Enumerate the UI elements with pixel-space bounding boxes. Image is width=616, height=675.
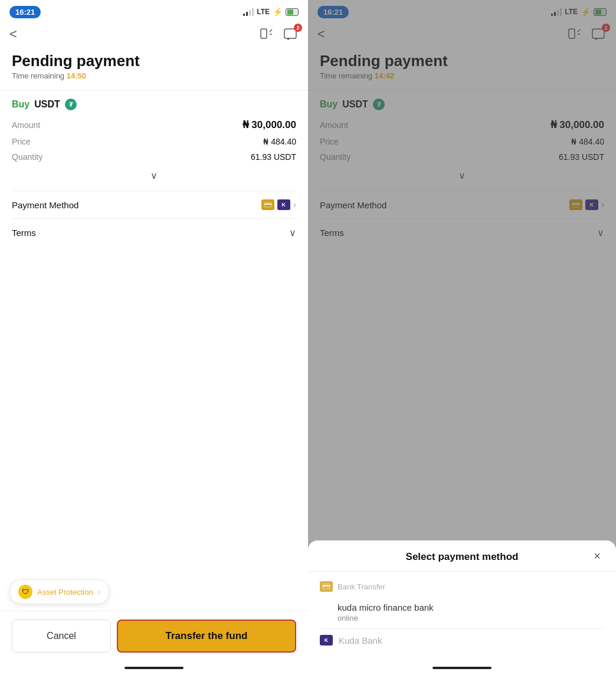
phone-icon-left[interactable] bbox=[257, 26, 274, 42]
trade-header-left: Buy USDT ₮ bbox=[12, 99, 296, 110]
phone-icon-wrap-left bbox=[257, 26, 274, 42]
close-button[interactable]: × bbox=[589, 548, 605, 564]
lte-label-left: LTE bbox=[257, 8, 270, 16]
price-row-left: Price ₦ 484.40 bbox=[12, 137, 296, 146]
time-value-left: 14:50 bbox=[67, 71, 86, 80]
bank-transfer-icon bbox=[320, 581, 333, 592]
quantity-value-left: 61.93 USDT bbox=[251, 152, 296, 162]
buy-label-left: Buy bbox=[12, 99, 30, 110]
quantity-label-left: Quantity bbox=[12, 152, 42, 162]
bank-transfer-option: Bank Transfer bbox=[320, 581, 604, 592]
signal-bar-1 bbox=[243, 14, 245, 16]
bank-status: online bbox=[338, 614, 604, 622]
cancel-button[interactable]: Cancel bbox=[12, 620, 111, 653]
quantity-row-left: Quantity 61.93 USDT bbox=[12, 152, 296, 162]
kuda-bank-icon: K bbox=[320, 635, 333, 645]
status-right-left: LTE ⚡ bbox=[243, 7, 299, 17]
battery-fill-left bbox=[287, 9, 293, 15]
nav-icons-left: 2 bbox=[257, 26, 299, 42]
bank-item[interactable]: kuda micro finance bank online bbox=[320, 594, 604, 628]
back-button-left[interactable]: < bbox=[9, 27, 17, 42]
pm-chevron-left: › bbox=[293, 199, 296, 210]
amount-label-left: Amount bbox=[12, 120, 40, 130]
expand-chevron-left: ∨ bbox=[150, 170, 158, 181]
signal-bar-4 bbox=[252, 8, 254, 16]
asset-arrow-left: › bbox=[98, 587, 101, 597]
asset-protection-left[interactable]: 🛡 Asset Protection › bbox=[9, 579, 109, 604]
price-value-left: ₦ 484.40 bbox=[263, 137, 296, 146]
bottom-buttons-left: Cancel Transfer the fund bbox=[0, 611, 308, 661]
time-remaining-left: Time remaining 14:50 bbox=[12, 71, 296, 80]
sheet-header: Select payment method × bbox=[308, 540, 616, 572]
home-bar-left bbox=[124, 667, 184, 669]
terms-label-left: Terms bbox=[12, 228, 36, 238]
payment-method-row-left[interactable]: Payment Method K › bbox=[12, 191, 296, 219]
home-indicator-right bbox=[308, 661, 616, 675]
chat-icon-wrap-left[interactable]: 2 bbox=[282, 26, 299, 42]
content-left: Pending payment Time remaining 14:50 Buy… bbox=[0, 47, 308, 611]
left-panel: 16:21 LTE ⚡ < bbox=[0, 0, 308, 675]
chat-badge-left: 2 bbox=[294, 24, 302, 32]
home-indicator-left bbox=[0, 661, 308, 675]
sheet-title: Select payment method bbox=[406, 551, 519, 563]
trade-section-left: Buy USDT ₮ Amount ₦ 30,000.00 Price ₦ 48… bbox=[12, 90, 296, 191]
sheet-content: Bank Transfer kuda micro finance bank on… bbox=[308, 572, 616, 661]
svg-rect-0 bbox=[261, 29, 267, 38]
home-bar-right bbox=[432, 667, 492, 669]
amount-row-left: Amount ₦ 30,000.00 bbox=[12, 119, 296, 131]
price-label-left: Price bbox=[12, 137, 31, 146]
right-panel: 16:21 LTE ⚡ < bbox=[308, 0, 616, 675]
svg-rect-5 bbox=[264, 204, 271, 205]
svg-rect-13 bbox=[323, 585, 330, 586]
kuda-option[interactable]: K Kuda Bank bbox=[320, 628, 604, 651]
bank-name: kuda micro finance bank bbox=[338, 602, 604, 612]
bank-icon-left bbox=[261, 199, 274, 210]
time-remaining-label-left: Time remaining bbox=[12, 71, 64, 80]
page-title-left: Pending payment bbox=[12, 52, 296, 70]
nav-bar-left: < 2 bbox=[0, 21, 308, 47]
amount-value-left: ₦ 30,000.00 bbox=[243, 119, 296, 131]
usdt-icon-left: ₮ bbox=[65, 99, 77, 110]
expand-row-left[interactable]: ∨ bbox=[12, 168, 296, 186]
status-bar-left: 16:21 LTE ⚡ bbox=[0, 0, 308, 21]
status-time-left: 16:21 bbox=[9, 6, 41, 18]
pm-label-left: Payment Method bbox=[12, 200, 78, 210]
bank-transfer-label: Bank Transfer bbox=[338, 582, 385, 591]
asset-text-left: Asset Protection bbox=[37, 588, 93, 597]
usdt-label-left: USDT bbox=[34, 99, 60, 110]
signal-bar-2 bbox=[246, 12, 248, 16]
transfer-button[interactable]: Transfer the fund bbox=[117, 620, 296, 653]
signal-bar-3 bbox=[249, 10, 251, 16]
battery-left bbox=[286, 8, 299, 16]
shield-icon-left: 🛡 bbox=[18, 585, 32, 599]
pm-icons-left: K › bbox=[261, 199, 296, 210]
lightning-left: ⚡ bbox=[273, 7, 283, 17]
payment-method-sheet: Select payment method × Bank Transfer ku… bbox=[308, 540, 616, 675]
kuda-bank-label: Kuda Bank bbox=[339, 635, 382, 645]
kuda-icon-left: K bbox=[277, 199, 290, 210]
terms-chevron-left: ∨ bbox=[289, 227, 296, 238]
svg-line-1 bbox=[270, 30, 272, 32]
signal-bars-left bbox=[243, 8, 254, 16]
terms-row-left[interactable]: Terms ∨ bbox=[12, 219, 296, 247]
